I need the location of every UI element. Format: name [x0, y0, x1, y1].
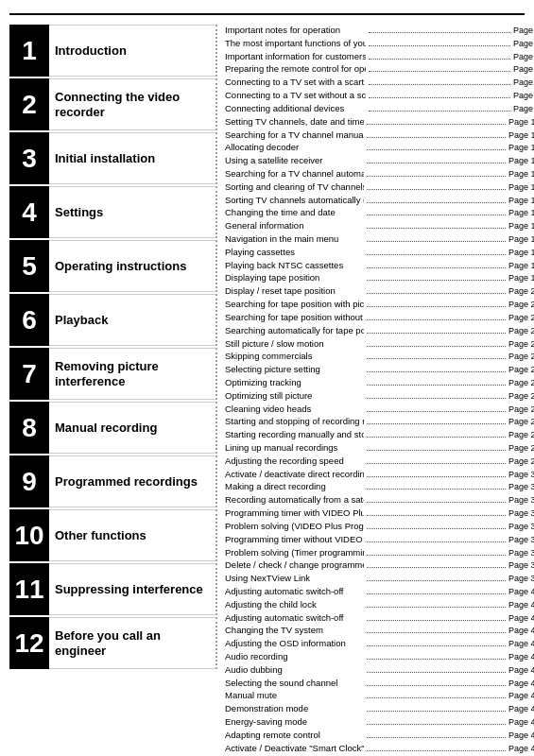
- toc-entry-text: Searching for tape position without pict…: [225, 312, 364, 324]
- toc-entry-text: Using NexTView Link: [225, 573, 364, 585]
- toc-entry: Connecting additional devicesPage 9: [225, 103, 534, 115]
- toc-entry-text: Connecting additional devices: [225, 103, 366, 115]
- toc-entry: Searching for a TV channel automatically…: [225, 168, 534, 180]
- toc-entry-text: Still picture / slow motion: [225, 338, 364, 351]
- toc-dots: [367, 241, 506, 242]
- toc-dots: [367, 189, 506, 190]
- toc-entry: Starting and stopping of recording manua…: [225, 416, 534, 428]
- toc-page: Page 39: [508, 559, 534, 571]
- chapters-list: 1Introduction2Connecting the video recor…: [9, 25, 217, 756]
- toc-page: Page 31: [508, 481, 534, 492]
- chapter-label: Playback: [49, 294, 217, 346]
- toc-page: Page 40: [508, 599, 534, 610]
- toc-dots: [367, 333, 506, 334]
- toc-entry: Delete / check / change programmed recor…: [225, 559, 534, 572]
- toc-page: Page 15: [508, 181, 534, 193]
- toc-entry-text: Starting and stopping of recording manua…: [225, 416, 364, 428]
- toc-page: Page 46: [508, 690, 534, 701]
- toc-entry-text: Sorting TV channels automatically (Follo…: [225, 195, 364, 207]
- toc-page: Page 14: [508, 168, 534, 180]
- toc-page: Page 43: [508, 651, 534, 662]
- toc-page: Page 30: [508, 469, 534, 480]
- toc-entry-text: Playing cassettes: [225, 247, 364, 259]
- toc-dots: [367, 711, 506, 712]
- toc-entry-text: Programming timer with VIDEO Plus+: [225, 507, 364, 520]
- toc-entry-text: Changing the time and date: [225, 207, 364, 219]
- toc-entry-text: Starting recording manually and stopping…: [225, 429, 364, 441]
- toc-page: Page 29: [508, 442, 534, 454]
- toc-entry: Playing back NTSC cassettesPage 19: [225, 260, 534, 272]
- chapter-label: Operating instructions: [49, 240, 217, 292]
- toc-dots: [367, 371, 506, 372]
- chapter-item: 12Before you call an engineer: [9, 617, 217, 669]
- chapter-item: 7Removing picture interference: [9, 348, 217, 400]
- toc-entry-text: Lining up manual recordings: [225, 442, 364, 455]
- chapter-item: 4Settings: [9, 186, 217, 238]
- toc-entry: Connecting to a TV set without a scart s…: [225, 90, 534, 102]
- toc-entry: Audio dubbingPage 44: [225, 664, 534, 677]
- toc-entry-text: Adjusting the recording speed: [225, 455, 364, 468]
- chapter-label: Before you call an engineer: [49, 617, 217, 669]
- toc-entry-text: Energy-saving mode: [225, 716, 364, 729]
- toc-entry-text: Important information for customers in G…: [225, 51, 366, 63]
- chapter-number: 12: [9, 617, 49, 669]
- chapter-item: 1Introduction: [9, 25, 217, 77]
- toc-dots: [369, 59, 509, 60]
- toc-entry: Searching for a TV channel manuallyPage …: [225, 129, 534, 142]
- chapter-label: Other functions: [49, 509, 217, 561]
- toc-entry: Selecting the sound channelPage 46: [225, 678, 534, 690]
- toc-entry-text: Searching automatically for tape positio…: [225, 325, 364, 337]
- toc-entry: Searching automatically for tape positio…: [225, 325, 534, 337]
- toc-page: Page 18: [508, 220, 534, 232]
- toc-entry: Problem solving (VIDEO Plus Programming)…: [225, 521, 534, 533]
- toc-entry-text: Connecting to a TV set without a scart s…: [225, 90, 366, 102]
- toc-page: Page 19: [508, 247, 534, 258]
- toc-entry-text: Delete / check / change programmed recor…: [225, 559, 364, 572]
- toc-dots: [367, 555, 506, 556]
- toc-page: Page 21: [508, 285, 534, 297]
- toc-dots: [369, 84, 509, 85]
- toc-page: Page 36: [508, 534, 534, 545]
- toc-entry: Adjusting automatic switch-offPage 40: [225, 586, 534, 598]
- toc-page: Page 40: [508, 612, 534, 624]
- toc-dots: [369, 71, 509, 72]
- toc-page: Page 10: [508, 116, 534, 128]
- chapter-item: 3Initial installation: [9, 132, 217, 184]
- toc-entry-text: Navigation in the main menu: [225, 233, 364, 246]
- toc-page: Page 4: [513, 25, 534, 36]
- chapter-number: 2: [9, 78, 49, 130]
- toc-entry-text: Activate / deactivate direct recording: [225, 469, 364, 481]
- toc-dots: [369, 97, 509, 98]
- toc-entry: Activate / deactivate direct recordingPa…: [225, 469, 534, 481]
- toc-entry-text: General information: [225, 220, 364, 232]
- toc-dots: [369, 32, 509, 33]
- toc-entry: Setting TV channels, date and time for t…: [225, 116, 534, 129]
- toc-entry: Lining up manual recordingsPage 29: [225, 442, 534, 455]
- chapter-number: 4: [9, 186, 49, 238]
- toc-dots: [367, 176, 506, 177]
- toc-dots: [367, 254, 506, 255]
- toc-entry: Optimizing still picturePage 25: [225, 390, 534, 403]
- toc-entry: Important information for customers in G…: [225, 51, 534, 63]
- toc-dots: [367, 685, 506, 686]
- toc-page: Page 16: [508, 195, 534, 206]
- toc-dots: [367, 620, 506, 621]
- toc-dots: [367, 319, 506, 320]
- toc-entry: Optimizing trackingPage 25: [225, 377, 534, 389]
- toc-page: Page 22: [508, 325, 534, 336]
- toc-entry: Demonstration modePage 47: [225, 703, 534, 715]
- toc-entry: Skipping commercialsPage 23: [225, 351, 534, 363]
- toc-entry-text: Displaying tape position: [225, 272, 364, 284]
- page-title: [9, 9, 525, 15]
- toc-dots: [367, 228, 506, 229]
- toc-entry-text: Selecting the sound channel: [225, 678, 364, 690]
- toc-page: Page 47: [508, 703, 534, 714]
- toc-entry: Changing the TV systemPage 42: [225, 625, 534, 637]
- chapter-number: 8: [9, 402, 49, 454]
- toc-entry-text: Optimizing tracking: [225, 377, 364, 389]
- chapter-label: Removing picture interference: [49, 348, 217, 400]
- toc-dots: [367, 580, 506, 581]
- toc-page: Page 46: [508, 678, 534, 689]
- chapter-number: 7: [9, 348, 49, 400]
- toc-entry-text: Playing back NTSC cassettes: [225, 260, 364, 272]
